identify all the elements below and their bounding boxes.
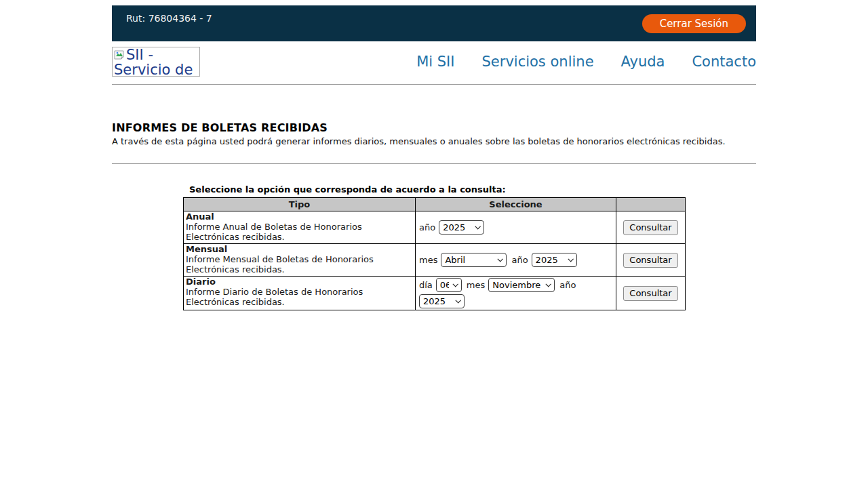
mensual-consultar-button[interactable]: Consultar xyxy=(623,253,677,268)
table-header-row: Tipo Seleccione xyxy=(184,198,686,211)
content-divider xyxy=(112,163,756,164)
nav-ayuda[interactable]: Ayuda xyxy=(621,54,665,70)
logout-button[interactable]: Cerrar Sesión xyxy=(642,14,746,33)
mensual-year-select[interactable]: 2025 xyxy=(532,253,577,267)
mensual-month-select[interactable]: Abril xyxy=(441,253,507,267)
nav-contacto[interactable]: Contacto xyxy=(692,54,756,70)
table-row-mensual: Mensual Informe Mensual de Boletas de Ho… xyxy=(184,244,686,277)
table-row-diario: Diario Informe Diario de Boletas de Hono… xyxy=(184,277,686,310)
nav-servicios-online[interactable]: Servicios online xyxy=(482,54,594,70)
diario-year-label: año xyxy=(559,280,576,290)
nav-mi-sii[interactable]: Mi SII xyxy=(416,54,454,70)
diario-consultar-button[interactable]: Consultar xyxy=(623,286,677,301)
header-row: SII - Servicio de Mi SII Servicios onlin… xyxy=(112,47,756,77)
mensual-year-label: año xyxy=(511,255,528,265)
main-nav: Mi SII Servicios online Ayuda Contacto xyxy=(416,54,756,70)
anual-year-select[interactable]: 2025 xyxy=(439,220,484,235)
table-prompt: Seleccione la opción que corresponda de … xyxy=(183,184,756,195)
row-description-diario: Informe Diario de Boletas de Honorarios … xyxy=(186,287,412,307)
row-type-mensual: Mensual xyxy=(186,244,412,254)
anual-consultar-button[interactable]: Consultar xyxy=(623,220,677,235)
row-type-diario: Diario xyxy=(186,277,412,287)
col-header-seleccione: Seleccione xyxy=(416,198,616,211)
reports-table: Tipo Seleccione Anual Informe Anual de B… xyxy=(183,197,686,310)
col-header-tipo: Tipo xyxy=(184,198,416,211)
sii-logo[interactable]: SII - Servicio de xyxy=(112,47,200,77)
topbar: Rut: 76804364 - 7 Cerrar Sesión xyxy=(112,5,756,41)
table-row-anual: Anual Informe Anual de Boletas de Honora… xyxy=(184,211,686,244)
page-title: INFORMES DE BOLETAS RECIBIDAS xyxy=(112,121,756,134)
page-container: Rut: 76804364 - 7 Cerrar Sesión SII - Se… xyxy=(112,5,756,310)
diario-day-select[interactable]: 06 xyxy=(436,278,462,292)
row-type-anual: Anual xyxy=(186,211,412,222)
diario-year-select[interactable]: 2025 xyxy=(419,294,465,308)
anual-year-label: año xyxy=(419,222,435,232)
diario-month-label: mes xyxy=(467,280,485,290)
page-subtitle: A través de esta página usted podrá gene… xyxy=(112,136,756,146)
logo-alt-text: SII - Servicio de xyxy=(114,47,193,77)
header-divider xyxy=(112,84,756,85)
diario-month-select[interactable]: Noviembre xyxy=(488,278,555,292)
col-header-empty xyxy=(616,198,686,211)
row-description-mensual: Informe Mensual de Boletas de Honorarios… xyxy=(186,254,412,274)
diario-day-label: día xyxy=(419,280,433,290)
mensual-month-label: mes xyxy=(419,255,437,265)
row-description-anual: Informe Anual de Boletas de Honorarios E… xyxy=(186,222,412,242)
query-section: Seleccione la opción que corresponda de … xyxy=(183,184,756,310)
rut-label: Rut: 76804364 - 7 xyxy=(126,13,212,24)
broken-image-icon xyxy=(114,49,125,60)
